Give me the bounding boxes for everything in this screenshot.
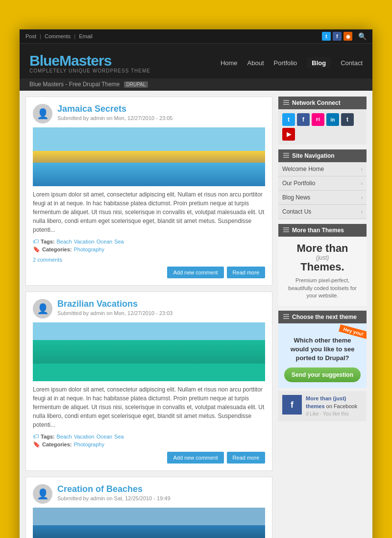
tag-sea[interactable]: Sea [114, 434, 124, 440]
themes-title-just: (just) [283, 254, 362, 261]
post-categories: 🔖 Categories: Photography [33, 441, 265, 448]
topbar-post-link[interactable]: Post [25, 33, 36, 39]
rss-icon-top[interactable]: ◉ [343, 32, 352, 41]
choose-theme-box: Hey you! Which other theme would you lik… [278, 323, 367, 389]
sitenav-welcome[interactable]: Welcome Home › [278, 162, 367, 176]
choose-theme-section: Choose the next theme Hey you! Which oth… [278, 311, 367, 422]
tag-ocean[interactable]: Ocean [97, 434, 112, 440]
flickr-network-icon[interactable]: Fl [312, 113, 324, 126]
user-icon: 👤 [37, 303, 49, 315]
sitenav-contact[interactable]: Contact Us › [278, 205, 367, 219]
nav-blog[interactable]: Blog [307, 57, 331, 69]
logo-area: BlueMasters COMPLETELY UNIQUE WORDPRESS … [29, 52, 150, 73]
post-tags: 🏷 Tags: Beach Vacation Ocean Sea [33, 238, 265, 245]
avatar: 👤 [33, 104, 52, 123]
network-icons: t f Fl in t ▶ [282, 113, 363, 141]
post-body: Lorem ipsum dolor sit amet, consectetur … [33, 190, 265, 234]
chevron-right-icon: › [361, 167, 363, 172]
cat-photography[interactable]: Photography [74, 441, 104, 447]
themes-title-themes: Themes. [283, 261, 362, 273]
tag-beach[interactable]: Beach [57, 434, 72, 440]
post-title[interactable]: Jamaica Secrets [57, 104, 126, 114]
sitenav-blog[interactable]: Blog News › [278, 191, 367, 205]
chevron-right-icon: › [361, 209, 363, 215]
facebook-icon[interactable]: f [333, 32, 342, 41]
linkedin-network-icon[interactable]: in [326, 113, 339, 126]
page-wrapper: Post | Comments | Email t f ◉ 🔍 BlueMast… [20, 29, 372, 538]
post-actions: Add new comment Read more [33, 452, 265, 464]
fb-text: More than (just) themes on Facebook d Li… [306, 395, 363, 417]
post-image [33, 322, 265, 381]
post-header: 👤 Creation of Beaches Submitted by admin… [33, 484, 265, 504]
themes-heading: More than Themes [278, 224, 367, 237]
tag-icon: 🏷 [33, 433, 39, 440]
network-content: t f Fl in t ▶ [278, 109, 367, 145]
avatar: 👤 [33, 299, 52, 318]
heading-bars-icon [283, 100, 289, 106]
nav-portfolio[interactable]: Portfolio [274, 59, 297, 67]
cat-photography[interactable]: Photography [74, 246, 104, 252]
post-image [33, 508, 265, 538]
post-submitted: Submitted by admin on Mon, 12/27/2010 - … [57, 310, 172, 316]
post-image [33, 127, 265, 186]
youtube-network-icon[interactable]: ▶ [282, 128, 295, 141]
post-title[interactable]: Creation of Beaches [57, 484, 143, 494]
content-area: 👤 Jamaica Secrets Submitted by admin on … [20, 91, 372, 538]
post-card: 👤 Creation of Beaches Submitted by admin… [25, 477, 272, 538]
heading-bars-icon [283, 153, 289, 159]
twitter-network-icon[interactable]: t [282, 113, 295, 126]
post-title[interactable]: Brazilian Vacations [57, 299, 138, 309]
logo-title: BlueMasters [29, 52, 150, 69]
post-submitted: Submitted by admin on Sat, 12/25/2010 - … [57, 495, 171, 501]
sitenav-portfolio[interactable]: Our Portfolio › [278, 176, 367, 191]
themes-section: More than Themes More than (just) Themes… [278, 224, 367, 306]
post-submitted: Submitted by admin on Mon, 12/27/2010 - … [57, 115, 172, 121]
read-more-button[interactable]: Read more [227, 452, 265, 464]
comments-link[interactable]: 2 comments [33, 257, 265, 263]
post-meta: Jamaica Secrets Submitted by admin on Mo… [57, 104, 172, 121]
user-icon: 👤 [37, 108, 49, 120]
tag-beach[interactable]: Beach [57, 239, 72, 245]
chevron-right-icon: › [361, 181, 363, 186]
nav-home[interactable]: Home [220, 59, 238, 67]
network-connect-section: Network Connect t f Fl in t ▶ [278, 97, 367, 145]
tag-sea[interactable]: Sea [114, 239, 124, 245]
top-bar-right: t f ◉ 🔍 [322, 32, 367, 41]
category-icon: 🔖 [33, 246, 40, 253]
add-comment-button[interactable]: Add new comment [167, 452, 223, 464]
nav-about[interactable]: About [247, 59, 264, 67]
post-card: 👤 Jamaica Secrets Submitted by admin on … [25, 97, 272, 286]
tag-icon: 🏷 [33, 238, 39, 245]
sub-header: Blue Masters - Free Drupal Theme DRUPAL [20, 78, 372, 91]
twitter-icon[interactable]: t [322, 32, 331, 41]
post-categories: 🔖 Categories: Photography [33, 246, 265, 253]
post-body: Lorem ipsum dolor sit amet, consectetur … [33, 385, 265, 429]
top-bar-left: Post | Comments | Email [25, 33, 95, 39]
posts-column: 👤 Jamaica Secrets Submitted by admin on … [25, 97, 272, 538]
search-icon[interactable]: 🔍 [358, 32, 367, 40]
add-comment-button[interactable]: Add new comment [167, 267, 223, 278]
tag-ocean[interactable]: Ocean [97, 239, 112, 245]
themes-title-big: More than [283, 243, 362, 254]
avatar: 👤 [33, 484, 52, 504]
choose-theme-heading: Choose the next theme [278, 311, 367, 323]
fb-thumbnail: f [282, 395, 302, 415]
tag-vacation[interactable]: Vacation [74, 434, 95, 440]
topbar-comments-link[interactable]: Comments [45, 33, 71, 39]
choose-question: Which other theme would you like to see … [284, 336, 361, 363]
facebook-network-icon[interactable]: f [297, 113, 310, 126]
post-card: 👤 Brazilian Vacations Submitted by admin… [25, 292, 272, 471]
read-more-button[interactable]: Read more [227, 267, 265, 278]
nav-contact[interactable]: Contact [341, 59, 363, 67]
sitenav-content: Welcome Home › Our Portfolio › Blog News… [278, 162, 367, 219]
drupal-badge: DRUPAL [124, 81, 148, 88]
tumblr-network-icon[interactable]: t [341, 113, 354, 126]
sidebar: Network Connect t f Fl in t ▶ [278, 97, 367, 538]
heading-bars-icon [283, 227, 289, 233]
network-heading: Network Connect [278, 97, 367, 109]
send-suggestion-button[interactable]: Send your suggestion [284, 367, 361, 382]
topbar-email-link[interactable]: Email [79, 33, 93, 39]
themes-desc: Premium pixel-perfect, beautifully coded… [283, 277, 362, 299]
tag-vacation[interactable]: Vacation [74, 239, 95, 245]
post-meta: Brazilian Vacations Submitted by admin o… [57, 299, 172, 316]
